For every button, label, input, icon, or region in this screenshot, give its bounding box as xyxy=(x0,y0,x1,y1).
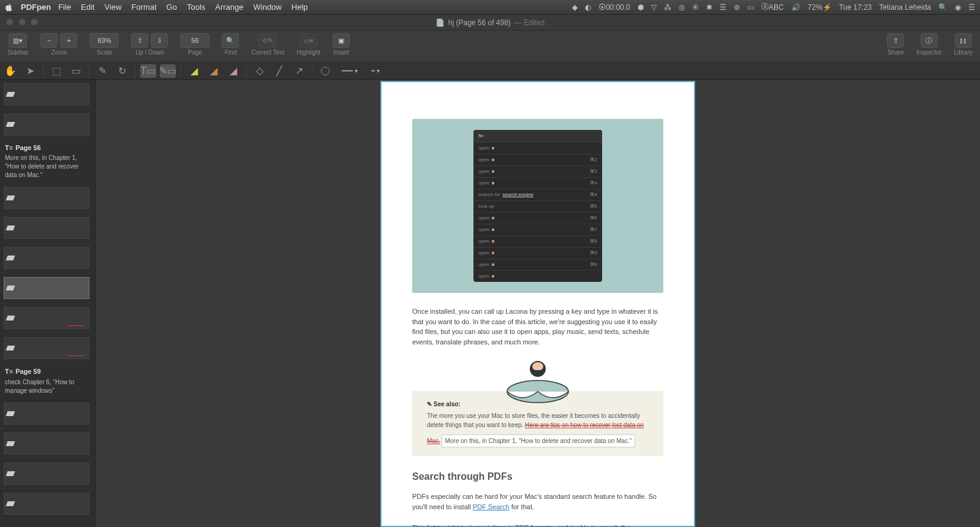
menu-edit[interactable]: Edit xyxy=(81,2,94,12)
note-tool[interactable]: ✎▭ xyxy=(160,64,176,78)
redo-tool[interactable]: ↻ xyxy=(114,64,130,78)
status-icon[interactable]: ◐ xyxy=(585,3,591,12)
thumbnails-sidebar[interactable]: T≡Page 56 More on this, in Chapter 1, "H… xyxy=(0,80,96,527)
status-icon[interactable]: ◆ xyxy=(572,3,578,12)
text-icon: T≡ xyxy=(5,367,13,376)
notification-icon[interactable]: ☰ xyxy=(968,3,975,12)
status-icon[interactable]: ✱ xyxy=(706,3,712,12)
display-icon[interactable]: ▭ xyxy=(747,3,754,12)
bluetooth-icon[interactable]: ⁂ xyxy=(664,3,671,12)
library-button[interactable]: ⫿⫿ xyxy=(955,33,972,48)
thumbnail[interactable] xyxy=(0,243,95,273)
timer-icon[interactable]: ⦿ 00:00.0 xyxy=(598,3,630,12)
menu-window[interactable]: Window xyxy=(254,2,282,12)
stroke-weight[interactable]: ━ ▾ xyxy=(366,67,385,74)
thumbnail-selected[interactable] xyxy=(0,273,95,303)
menu-view[interactable]: View xyxy=(104,2,121,12)
page-down-button[interactable]: ⇩ xyxy=(151,33,168,48)
status-icon[interactable]: ☰ xyxy=(720,3,726,12)
page-label: Page xyxy=(188,49,202,56)
menu-go[interactable]: Go xyxy=(167,2,177,12)
color-well[interactable] xyxy=(317,64,333,78)
share-button[interactable]: ⇧ xyxy=(887,33,904,48)
dropbox-icon[interactable]: ⬢ xyxy=(638,3,644,12)
minimize-button[interactable] xyxy=(18,18,26,26)
menu-help[interactable]: Help xyxy=(292,2,308,12)
thumbnail[interactable] xyxy=(0,110,95,140)
pdf-page: fin open■ open■⌘2 open■⌘3 open■⌘4 search… xyxy=(380,81,695,527)
scale-label: Scale xyxy=(97,49,112,56)
thumbnail[interactable] xyxy=(0,399,95,429)
correct-text-button: ⟲✎ xyxy=(258,33,277,48)
user-name[interactable]: Tetiana Leheida xyxy=(879,3,931,12)
status-icon[interactable]: ▽ xyxy=(651,3,657,12)
shape-tool[interactable]: ◇ xyxy=(252,64,268,78)
menu-format[interactable]: Format xyxy=(131,2,156,12)
thumbnail[interactable] xyxy=(0,429,95,459)
annotation-text[interactable]: More on this, in Chapter 1, "How to dele… xyxy=(442,434,635,447)
arrow-tool[interactable]: ↗ xyxy=(291,64,307,78)
siri-icon[interactable]: ◉ xyxy=(955,3,961,12)
share-label: Share xyxy=(888,49,904,56)
body-paragraph: PDFs especially can be hard for your Mac… xyxy=(412,491,663,512)
inspector-label: Inspector xyxy=(916,49,941,56)
clock[interactable]: Tue 17:23 xyxy=(839,3,872,12)
sidebar-label: Sidebar xyxy=(7,49,28,56)
sidebar-toggle[interactable]: ▥▾ xyxy=(9,33,27,48)
text-box-tool[interactable]: T▭ xyxy=(140,64,156,78)
thumbnail[interactable] xyxy=(0,213,95,243)
outline-entry[interactable]: T≡Page 56 More on this, in Chapter 1, "H… xyxy=(0,140,95,183)
thumbnail[interactable] xyxy=(0,333,95,363)
pdf-search-link[interactable]: PDF Search xyxy=(473,503,510,510)
document-canvas[interactable]: fin open■ open■⌘2 open■⌘3 open■⌘4 search… xyxy=(96,80,980,527)
volume-icon[interactable]: 🔊 xyxy=(791,3,801,12)
thumbnail[interactable] xyxy=(0,183,95,213)
insert-button[interactable]: ▣ xyxy=(333,33,350,48)
pen-tool[interactable]: ✎ xyxy=(94,64,110,78)
thumbnail[interactable] xyxy=(0,80,95,110)
input-source[interactable]: Ⓐ ABC xyxy=(761,2,784,12)
page-up-button[interactable]: ⇧ xyxy=(131,33,148,48)
hand-tool[interactable]: ✋ xyxy=(2,64,18,78)
line-tool[interactable]: ╱ xyxy=(271,64,287,78)
updown-label: Up / Down xyxy=(135,49,164,56)
outline-entry[interactable]: T≡Page 59 check Chapter 6, "How to manag… xyxy=(0,363,95,398)
annotation-toolstrip: ✋ ➤ ⬚ ▭ ✎ ↻ T▭ ✎▭ ◢ ◢ ◢ ◇ ╱ ↗ ━━━ ▾ ━ ▾ xyxy=(0,63,980,80)
menu-arrange[interactable]: Arrange xyxy=(215,2,243,12)
close-button[interactable] xyxy=(6,18,13,26)
highlight-orange[interactable]: ◢ xyxy=(206,64,222,78)
app-name[interactable]: PDFpen xyxy=(21,2,51,12)
zoom-in-button[interactable]: + xyxy=(60,33,77,48)
highlight-yellow[interactable]: ◢ xyxy=(186,64,202,78)
correct-label: Correct Text xyxy=(251,49,284,56)
status-icon[interactable]: ④ xyxy=(692,3,699,12)
rect-select-tool[interactable]: ▭ xyxy=(68,64,84,78)
menu-tools[interactable]: Tools xyxy=(187,2,205,12)
zoom-percent[interactable]: 83% xyxy=(89,33,119,48)
battery[interactable]: 72% ⚡ xyxy=(808,3,832,12)
zoom-out-button[interactable]: − xyxy=(40,33,58,48)
body-paragraph: Once installed, you can call up Lacona b… xyxy=(412,306,663,347)
inspector-button[interactable]: ⓘ xyxy=(921,33,938,48)
window-titlebar: 📄 hj (Page 56 of 498) — Edited xyxy=(0,15,980,31)
spotlight-icon[interactable]: 🔍 xyxy=(938,3,948,12)
thumbnail[interactable] xyxy=(0,303,95,333)
mascot-illustration xyxy=(412,358,663,407)
stroke-style[interactable]: ━━━ ▾ xyxy=(337,67,363,74)
thumbnail[interactable] xyxy=(0,489,95,519)
zoom-button[interactable] xyxy=(31,18,38,26)
thumbnail[interactable] xyxy=(0,459,95,489)
text-select-tool[interactable]: ⬚ xyxy=(48,64,64,78)
embedded-screenshot: fin open■ open■⌘2 open■⌘3 open■⌘4 search… xyxy=(412,119,663,293)
wifi-icon[interactable]: ⊚ xyxy=(734,3,740,12)
camera-icon[interactable]: ◎ xyxy=(679,3,685,12)
highlight-pink[interactable]: ◢ xyxy=(225,64,241,78)
zoom-label: Zoom xyxy=(51,49,67,56)
find-button[interactable]: 🔍 xyxy=(222,33,239,48)
menu-file[interactable]: File xyxy=(58,2,71,12)
select-tool[interactable]: ➤ xyxy=(22,64,38,78)
insert-label: Insert xyxy=(334,49,349,56)
macos-menubar: PDFpen File Edit View Format Go Tools Ar… xyxy=(0,0,980,15)
page-number-field[interactable]: 56 xyxy=(180,33,209,48)
apple-menu-icon[interactable] xyxy=(5,3,13,12)
